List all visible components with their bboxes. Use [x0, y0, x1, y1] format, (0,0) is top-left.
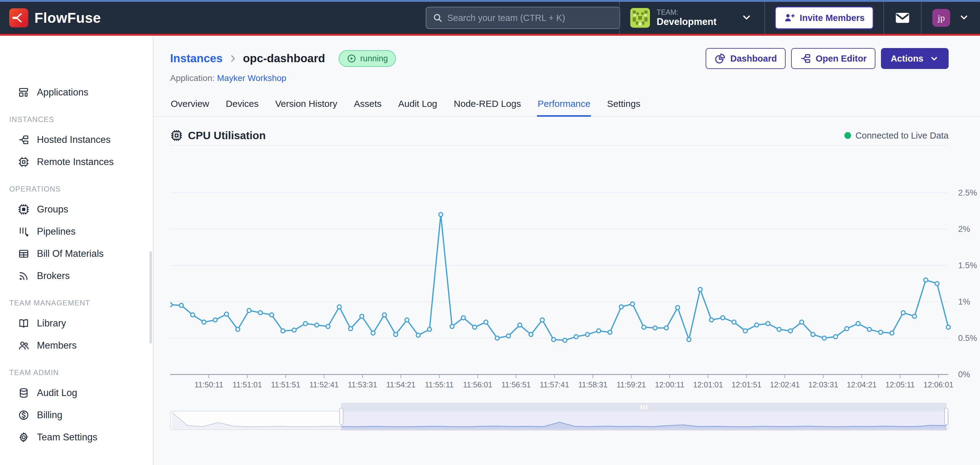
sidebar-item-remote-instances[interactable]: Remote Instances [0, 151, 153, 173]
application-link[interactable]: Mayker Workshop [217, 73, 286, 83]
flowfuse-logo-icon [9, 8, 28, 27]
groups-icon [18, 203, 30, 215]
sidebar-section-team-management: TEAM MANAGEMENT [0, 294, 153, 312]
sidebar-item-team-settings[interactable]: Team Settings [0, 426, 153, 448]
open-editor-button[interactable]: Open Editor [791, 48, 875, 69]
application-label: Application: [170, 73, 215, 83]
team-settings-icon [18, 431, 30, 443]
status-badge-label: running [360, 54, 388, 64]
brush-handle-right[interactable] [945, 408, 948, 425]
svg-text:1%: 1% [958, 297, 970, 307]
breadcrumb: Instances opc-dashboard running [170, 48, 949, 69]
svg-text:1.5%: 1.5% [958, 261, 977, 270]
search-input[interactable] [447, 13, 613, 23]
sidebar-item-label: Team Settings [37, 432, 97, 443]
sidebar-item-audit-log[interactable]: Audit Log [0, 382, 153, 404]
team-search[interactable] [426, 7, 620, 29]
actions-button[interactable]: Actions [881, 48, 949, 69]
sidebar-item-pipelines[interactable]: Pipelines [0, 221, 153, 243]
svg-text:2.5%: 2.5% [958, 188, 977, 197]
svg-text:11:59:21: 11:59:21 [617, 380, 646, 389]
sidebar-item-label: Applications [37, 87, 88, 98]
live-dot-icon [844, 132, 851, 139]
sidebar-item-library[interactable]: Library [0, 312, 153, 334]
sidebar-item-billing[interactable]: Billing [0, 404, 153, 426]
sidebar-item-applications[interactable]: Applications [0, 81, 153, 104]
sidebar-item-members[interactable]: Members [0, 334, 153, 356]
sidebar-nav: ApplicationsINSTANCESHosted InstancesRem… [0, 36, 153, 465]
brand-name: FlowFuse [35, 10, 101, 26]
svg-text:11:50:11: 11:50:11 [194, 380, 223, 389]
sidebar-section-instances: INSTANCES [0, 110, 153, 129]
svg-text:11:56:01: 11:56:01 [463, 380, 492, 389]
svg-text:12:01:51: 12:01:51 [732, 380, 761, 389]
sidebar-item-hosted-instances[interactable]: Hosted Instances [0, 129, 153, 151]
top-navbar: FlowFuse [0, 0, 980, 36]
sidebar-item-bill-of-materials[interactable]: Bill Of Materials [0, 243, 153, 265]
user-avatar: jp [932, 9, 950, 27]
actions-button-label: Actions [891, 54, 923, 64]
invite-user-plus-icon [784, 12, 795, 23]
svg-text:12:05:11: 12:05:11 [885, 380, 915, 389]
chart-range-brush[interactable] [170, 400, 949, 435]
tab-performance[interactable]: Performance [537, 96, 591, 117]
audit-log-icon [18, 387, 30, 399]
brokers-icon [18, 270, 30, 282]
sidebar-section-operations: OPERATIONS [0, 180, 153, 198]
svg-text:12:06:01: 12:06:01 [923, 380, 953, 389]
svg-text:0.5%: 0.5% [958, 334, 977, 343]
team-avatar [630, 8, 650, 28]
sidebar-item-groups[interactable]: Groups [0, 198, 153, 221]
tab-devices[interactable]: Devices [225, 96, 259, 117]
sidebar-item-label: Hosted Instances [37, 134, 111, 145]
notifications-button[interactable] [884, 2, 921, 34]
pie-chart-icon [714, 53, 726, 64]
dashboard-button[interactable]: Dashboard [706, 48, 785, 69]
sidebar-item-label: Audit Log [37, 387, 77, 398]
svg-text:0%: 0% [958, 370, 970, 379]
tab-overview[interactable]: Overview [170, 96, 210, 117]
applications-icon [18, 86, 30, 98]
main-content: Instances opc-dashboard running [153, 36, 980, 465]
brush-handle-left[interactable] [340, 408, 343, 425]
sidebar-item-label: Bill Of Materials [37, 248, 103, 259]
svg-text:12:01:01: 12:01:01 [693, 380, 723, 389]
svg-text:12:02:41: 12:02:41 [770, 380, 800, 389]
envelope-icon [894, 10, 910, 26]
bill-of-materials-icon [18, 248, 30, 260]
live-status-label: Connected to Live Data [856, 131, 949, 141]
search-icon [433, 13, 443, 23]
cpu-chip-icon [170, 129, 183, 142]
svg-text:12:00:11: 12:00:11 [655, 380, 684, 389]
panel-title: CPU Utilisation [188, 129, 266, 142]
billing-icon [18, 409, 30, 421]
remote-instances-icon [18, 156, 30, 168]
status-badge: running [339, 50, 396, 67]
tab-audit-log[interactable]: Audit Log [398, 96, 438, 117]
sidebar-section-team-admin: TEAM ADMIN [0, 363, 153, 382]
tab-assets[interactable]: Assets [353, 96, 382, 117]
sidebar-item-label: Billing [37, 409, 62, 421]
team-name: Development [657, 16, 717, 27]
breadcrumb-instances-link[interactable]: Instances [170, 52, 223, 65]
cpu-utilisation-chart[interactable]: 11:50:1111:51:0111:51:5111:52:4111:53:31… [170, 148, 980, 397]
tab-settings[interactable]: Settings [606, 96, 641, 117]
sidebar-scrollbar[interactable] [150, 251, 152, 344]
sidebar-item-brokers[interactable]: Brokers [0, 265, 153, 287]
instance-tabs: OverviewDevicesVersion HistoryAssetsAudi… [153, 96, 980, 117]
tab-node-red-logs[interactable]: Node-RED Logs [453, 96, 521, 117]
team-switcher[interactable]: TEAM: Development [620, 2, 764, 34]
tab-version-history[interactable]: Version History [275, 96, 338, 117]
user-menu[interactable]: jp [921, 2, 980, 34]
sidebar-item-label: Members [37, 340, 76, 351]
team-chevron-down-icon [741, 12, 752, 24]
invite-members-button[interactable]: Invite Members [775, 6, 873, 29]
svg-text:11:51:01: 11:51:01 [232, 380, 262, 389]
brand[interactable]: FlowFuse [0, 8, 101, 27]
chevron-right-icon [228, 54, 237, 63]
svg-text:11:53:31: 11:53:31 [348, 380, 377, 389]
sidebar-item-label: Remote Instances [37, 157, 114, 168]
svg-text:11:57:41: 11:57:41 [540, 380, 569, 389]
team-label: TEAM: [657, 8, 717, 16]
svg-text:12:03:31: 12:03:31 [808, 380, 838, 389]
